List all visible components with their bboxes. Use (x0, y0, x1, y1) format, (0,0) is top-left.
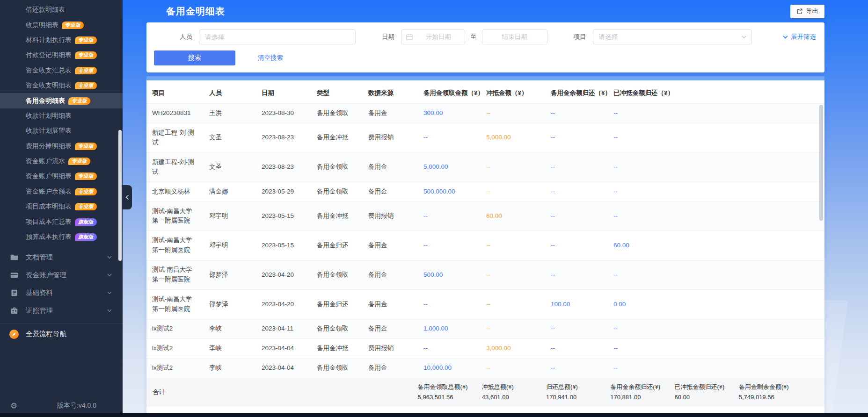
summary-item: 备用金剩余金额(¥) 5,749,019.56 (739, 382, 803, 403)
cell-offset-return: -- (608, 104, 671, 123)
filter-person: 人员 (154, 29, 356, 44)
cell-offset-return: -- (608, 319, 671, 338)
cell-type: 备用金冲抵 (311, 201, 363, 231)
sidebar-group-label: 基础资料 (26, 288, 53, 297)
table-row: 测试-南昌大学第一附属医院 邓宇明 2023-05-15 备用金冲抵 费用报销 … (146, 201, 824, 231)
cell-person: 邵梦泽 (204, 260, 256, 290)
cell-spacer (671, 260, 824, 290)
date-label: 日期 (382, 33, 401, 41)
table-row: 新建工程-刘-测试 文圣 2023-08-23 备用金领取 备用金 5,000.… (146, 152, 824, 182)
cell-balance-return: -- (545, 358, 608, 378)
date-start-input[interactable]: 开始日期 (401, 29, 465, 44)
sidebar-item-report[interactable]: 资金收支明细表 专业版 (0, 78, 123, 93)
edition-badge: 旗舰版 (75, 233, 97, 241)
table-row: 新建工程-刘-测试 文圣 2023-08-23 备用金冲抵 费用报销 -- 5,… (146, 123, 824, 152)
sidebar-item-report[interactable]: 资金账户余额表 专业版 (0, 184, 123, 199)
summary-item-value: 60.00 (675, 392, 739, 403)
project-select[interactable]: 请选择 (593, 29, 752, 44)
sidebar-item-label: 收票明细表 (26, 21, 58, 29)
summary-item-label: 备用金剩余金额(¥) (739, 382, 803, 393)
sidebar-item-label: 收款计划明细表 (26, 112, 72, 120)
sidebar-item-report[interactable]: 资金账户流水 专业版 (0, 154, 123, 169)
cell-source: 备用金 (363, 319, 418, 338)
expand-filters-link[interactable]: 展开筛选 (782, 33, 816, 41)
compass-icon (9, 330, 19, 339)
table-top-accent-strip (146, 76, 824, 80)
sidebar-item-label: 材料计划执行表 (26, 36, 72, 44)
sidebar-item-label: 资金收支汇总表 (26, 66, 72, 75)
cell-type: 备用金领取 (311, 319, 363, 338)
cell-date: 2023-05-15 (256, 231, 311, 260)
cell-project: lx测试2 (146, 358, 204, 378)
sidebar-item-license-management[interactable]: 证照管理 (0, 302, 123, 319)
export-button[interactable]: 导出 (790, 5, 824, 18)
sidebar-item-basic-data[interactable]: 基础资料 (0, 284, 123, 302)
sidebar-item-report[interactable]: 预算成本执行表 旗舰版 (0, 230, 123, 244)
cell-project: WH20230831 (146, 104, 204, 123)
clear-search-link[interactable]: 清空搜索 (258, 54, 283, 62)
cell-withdraw-amount: -- (418, 123, 481, 152)
sidebar-collapse-handle[interactable] (123, 185, 132, 209)
summary-row: 合计 备用金领取总额(¥) 5,963,501.56 冲抵总额(¥) 43,60… (146, 378, 824, 407)
search-button[interactable]: 搜索 (154, 50, 235, 65)
column-header-offset-amount: 冲抵金额（¥） (481, 80, 545, 104)
table-row: 测试-南昌大学第一附属医院 邵梦泽 2023-04-20 备用金归还 备用金 -… (146, 290, 824, 319)
cell-balance-return: -- (545, 260, 608, 290)
cell-withdraw-amount: 300.00 (418, 104, 481, 123)
cell-person: 满金娜 (204, 182, 256, 201)
sidebar-item-document-management[interactable]: 文档管理 (0, 248, 123, 266)
sidebar-item-label: 收款计划展望表 (26, 127, 72, 135)
cell-project: 新建工程-刘-测试 (146, 152, 204, 182)
cell-balance-return: -- (545, 182, 608, 201)
gear-icon[interactable]: ⚙ (10, 401, 17, 411)
cell-spacer (671, 152, 824, 182)
chevron-down-icon (741, 34, 747, 40)
cell-date: 2023-04-20 (256, 260, 311, 290)
sidebar-item-report[interactable]: 资金收支汇总表 专业版 (0, 63, 123, 78)
sidebar-item-report[interactable]: 收票明细表 专业版 (0, 17, 123, 32)
cell-date: 2023-08-30 (256, 104, 311, 123)
cell-date: 2023-04-20 (256, 290, 311, 319)
date-end-input[interactable]: 结束日期 (482, 29, 547, 44)
filter-project: 项目 请选择 (574, 29, 752, 44)
cell-type: 备用金归还 (311, 290, 363, 319)
summary-item-value: 5,963,501.56 (418, 392, 482, 403)
cell-offset-return: -- (608, 358, 671, 378)
sidebar-item-fund-account-management[interactable]: 资金账户管理 (0, 266, 123, 284)
credit-card-icon (10, 271, 18, 279)
cell-date: 2023-04-04 (256, 358, 311, 378)
table-row: lx测试2 李峡 2023-04-11 备用金领取 备用金 1,000.00 -… (146, 319, 824, 338)
table-row: WH20230831 王洪 2023-08-30 备用金领取 备用金 300.0… (146, 104, 824, 123)
book-icon (10, 289, 18, 297)
column-header-spacer (671, 80, 824, 104)
cell-balance-return: 100.00 (545, 290, 608, 319)
summary-item: 备用金领取总额(¥) 5,963,501.56 (418, 382, 482, 403)
sidebar-item-report[interactable]: 费用分摊明细表 专业版 (0, 139, 123, 154)
cell-spacer (671, 358, 824, 378)
sidebar-item-report[interactable]: 材料计划执行表 专业版 (0, 33, 123, 48)
sidebar-item-report[interactable]: 收款计划展望表 (0, 123, 123, 138)
sidebar-item-report[interactable]: 项目成本汇总表 旗舰版 (0, 214, 123, 229)
sidebar-item-label: 资金账户流水 (26, 157, 65, 165)
sidebar-item-report[interactable]: 借还款明细表 (0, 2, 123, 17)
table-scrollbar-thumb[interactable] (819, 105, 823, 221)
summary-label: 合计 (146, 388, 418, 396)
sidebar: 借还款明细表 收票明细表 专业版 材料计划执行表 专业版 付款登记明细表 专业版 (0, 0, 123, 417)
cell-date: 2023-08-23 (256, 123, 311, 152)
nav-bottom-label: 全景流程导航 (26, 330, 66, 338)
sidebar-item-report[interactable]: 资金账户明细表 专业版 (0, 169, 123, 184)
cell-date: 2023-05-29 (256, 182, 311, 201)
project-label: 项目 (574, 33, 593, 41)
person-input[interactable] (199, 29, 356, 44)
expand-filters-label: 展开筛选 (791, 33, 816, 41)
sidebar-item-report[interactable]: 项目成本明细表 专业版 (0, 199, 123, 214)
summary-item: 备用金余额归还(¥) 170,881.00 (610, 382, 674, 403)
summary-item-label: 备用金领取总额(¥) (418, 382, 482, 393)
sidebar-item-label: 项目成本明细表 (26, 202, 72, 211)
summary-items: 备用金领取总额(¥) 5,963,501.56 冲抵总额(¥) 43,601.0… (418, 382, 824, 403)
sidebar-item-report[interactable]: 收款计划明细表 (0, 108, 123, 123)
sidebar-scrollbar-thumb[interactable] (118, 130, 122, 261)
sidebar-item-report[interactable]: 备用金明细表 专业版 (0, 93, 123, 108)
sidebar-item-report[interactable]: 付款登记明细表 专业版 (0, 48, 123, 63)
sidebar-item-panorama-navigation[interactable]: 全景流程导航 (0, 323, 123, 345)
